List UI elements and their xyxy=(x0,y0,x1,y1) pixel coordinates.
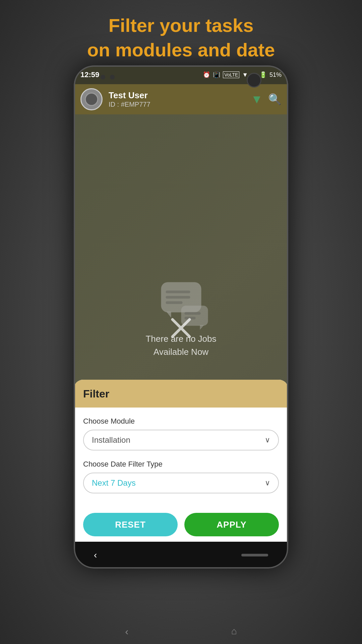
empty-state: There are no Jobs Available Now xyxy=(145,282,216,359)
filter-header: Filter xyxy=(74,380,288,408)
page-wrapper: Filter your tasks on modules and date 12… xyxy=(0,0,362,644)
volte-icon: VoLTE xyxy=(223,71,239,78)
header-icons: ▼ 🔍 xyxy=(251,92,282,106)
filter-sheet: Filter Choose Module Installation ∨ Choo… xyxy=(74,380,288,542)
speaker-dot-1 xyxy=(101,75,105,79)
chat-bubbles-icon xyxy=(154,282,208,326)
bubble-line-3 xyxy=(166,301,183,304)
user-id: ID : #EMP777 xyxy=(109,101,245,108)
status-time: 12:59 xyxy=(80,70,99,79)
search-icon[interactable]: 🔍 xyxy=(268,93,282,106)
system-nav: ‹ ⌂ xyxy=(74,626,288,637)
alarm-icon: ⏰ xyxy=(203,71,210,78)
sys-home-icon[interactable]: ⌂ xyxy=(231,626,237,637)
module-label: Choose Module xyxy=(83,417,279,426)
apply-button[interactable]: APPLY xyxy=(184,513,279,536)
date-label: Choose Date Filter Type xyxy=(83,460,279,469)
module-dropdown[interactable]: Installation ∨ xyxy=(83,430,279,450)
bubble-line-1 xyxy=(166,290,190,293)
avatar-inner xyxy=(85,93,98,106)
avatar xyxy=(80,88,103,110)
filter-body: Choose Module Installation ∨ Choose Date… xyxy=(74,408,288,509)
date-chevron-icon: ∨ xyxy=(265,479,270,487)
bubble-line-2 xyxy=(166,296,190,299)
date-dropdown-value: Next 7 Days xyxy=(92,478,136,488)
filter-title: Filter xyxy=(83,388,279,400)
speaker-dot-2 xyxy=(110,75,115,79)
phone-frame: 12:59 ⏰ 📳 VoLTE ▼ ▲ 🔋 51% Test User xyxy=(74,65,288,569)
module-chevron-icon: ∨ xyxy=(265,436,270,444)
sys-back-icon[interactable]: ‹ xyxy=(125,626,128,637)
filter-icon[interactable]: ▼ xyxy=(251,92,263,106)
app-header: Test User ID : #EMP777 ▼ 🔍 xyxy=(74,84,288,114)
headline-line1: Filter your tasks xyxy=(0,13,362,38)
headline: Filter your tasks on modules and date xyxy=(0,13,362,62)
bubble-small-line-1 xyxy=(184,312,200,315)
speaker-dots xyxy=(101,75,115,79)
empty-text: There are no Jobs Available Now xyxy=(145,332,216,359)
phone-screen: 12:59 ⏰ 📳 VoLTE ▼ ▲ 🔋 51% Test User xyxy=(74,65,288,569)
camera xyxy=(247,73,261,88)
bottom-nav-bar: ‹ xyxy=(74,542,288,569)
headline-line2: on modules and date xyxy=(0,38,362,62)
status-icons: ⏰ 📳 VoLTE ▼ ▲ 🔋 51% xyxy=(203,71,282,78)
main-content: There are no Jobs Available Now Filter C… xyxy=(74,114,288,542)
battery-percent: 51% xyxy=(269,71,282,78)
user-info: Test User ID : #EMP777 xyxy=(109,90,245,108)
vibrate-icon: 📳 xyxy=(213,71,220,78)
user-name: Test User xyxy=(109,90,245,101)
filter-actions: RESET APPLY xyxy=(74,513,288,536)
reset-button[interactable]: RESET xyxy=(83,513,178,536)
nav-pill xyxy=(241,554,268,556)
date-dropdown[interactable]: Next 7 Days ∨ xyxy=(83,473,279,493)
module-dropdown-value: Installation xyxy=(92,435,130,445)
back-button[interactable]: ‹ xyxy=(94,550,97,560)
